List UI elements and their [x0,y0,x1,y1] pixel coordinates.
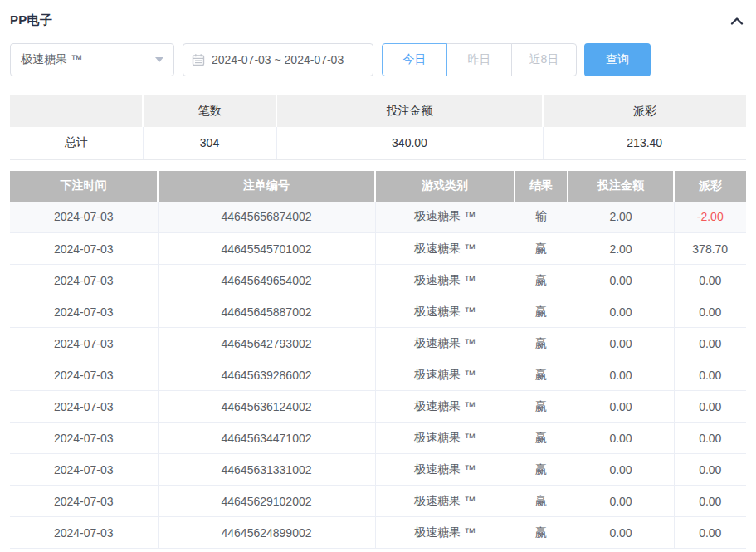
cell-payout: 0.00 [674,486,746,517]
cell-bet-amount: 0.00 [568,359,674,391]
game-select[interactable]: 极速糖果 ™ [10,43,174,76]
records-header-game-type: 游戏类别 [375,171,515,202]
cell-bet-time: 2024-07-03 [10,359,158,391]
cell-bet-amount: 0.00 [568,423,674,454]
cell-bet-id: 44645656874002 [158,202,375,233]
records-header-payout: 派彩 [674,171,746,202]
pp-electronic-panel: PP电子 极速糖果 ™ [0,0,756,549]
cell-bet-amount: 0.00 [568,454,674,486]
cell-bet-amount: 0.00 [568,328,674,359]
cell-bet-id: 44645545701002 [158,233,375,265]
summary-total-label: 总计 [10,127,143,159]
cell-bet-amount: 2.00 [568,233,674,265]
cell-bet-id: 44645624899002 [158,517,375,549]
records-table: 下注时间注单编号游戏类别结果投注金额派彩 2024-07-03446456568… [10,171,746,550]
cell-bet-amount: 0.00 [568,391,674,423]
cell-result: 赢 [515,423,568,454]
table-row: 2024-07-0344645645887002极速糖果 ™赢0.000.00 [10,296,746,328]
quick-range-group: 今日昨日近8日 [382,43,577,76]
cell-result: 赢 [515,233,568,265]
summary-total-bet-amount: 340.00 [276,127,543,159]
cell-bet-time: 2024-07-03 [10,328,158,359]
cell-result: 赢 [515,328,568,359]
summary-total-row: 总计 304 340.00 213.40 [10,127,746,159]
cell-result: 赢 [515,391,568,423]
cell-payout: -2.00 [674,202,746,233]
summary-header-row: 笔数 投注金额 派彩 [10,95,746,127]
date-range-value: 2024-07-03 ~ 2024-07-03 [212,53,344,66]
cell-bet-time: 2024-07-03 [10,296,158,328]
date-range-picker[interactable]: 2024-07-03 ~ 2024-07-03 [183,43,373,76]
game-select-value: 极速糖果 ™ [21,52,82,67]
cell-bet-id: 44645629102002 [158,486,375,517]
cell-bet-time: 2024-07-03 [10,517,158,549]
table-row: 2024-07-0344645624899002极速糖果 ™赢0.000.00 [10,517,746,549]
cell-result: 输 [515,202,568,233]
cell-bet-id: 44645645887002 [158,296,375,328]
table-row: 2024-07-0344645545701002极速糖果 ™赢2.00378.7… [10,233,746,265]
cell-bet-amount: 0.00 [568,296,674,328]
cell-payout: 0.00 [674,359,746,391]
cell-result: 赢 [515,359,568,391]
cell-result: 赢 [515,486,568,517]
cell-game-type: 极速糖果 ™ [375,202,515,233]
cell-game-type: 极速糖果 ™ [375,486,515,517]
table-row: 2024-07-0344645636124002极速糖果 ™赢0.000.00 [10,391,746,423]
page-title: PP电子 [10,12,52,28]
cell-bet-time: 2024-07-03 [10,202,158,233]
cell-bet-time: 2024-07-03 [10,454,158,486]
quick-range-button-1[interactable]: 昨日 [446,43,512,76]
chevron-up-icon [729,15,744,27]
cell-bet-id: 44645636124002 [158,391,375,423]
cell-game-type: 极速糖果 ™ [375,454,515,486]
records-header-bet-amount: 投注金额 [568,171,674,202]
quick-range-button-2[interactable]: 近8日 [511,43,577,76]
cell-bet-id: 44645649654002 [158,265,375,296]
cell-bet-id: 44645634471002 [158,423,375,454]
records-header-result: 结果 [515,171,568,202]
records-tbody: 2024-07-0344645656874002极速糖果 ™输2.00-2.00… [10,202,746,549]
panel-header: PP电子 [10,0,746,28]
cell-payout: 0.00 [674,391,746,423]
query-button[interactable]: 查询 [584,43,651,76]
cell-result: 赢 [515,517,568,549]
cell-bet-time: 2024-07-03 [10,486,158,517]
cell-game-type: 极速糖果 ™ [375,265,515,296]
cell-bet-amount: 0.00 [568,265,674,296]
summary-header-blank [10,95,143,127]
summary-header-count: 笔数 [143,95,276,127]
records-header-row: 下注时间注单编号游戏类别结果投注金额派彩 [10,171,746,202]
filter-bar: 极速糖果 ™ 2024-07-03 ~ 2024-07-03 今日昨日近8日 查… [10,43,746,76]
cell-bet-time: 2024-07-03 [10,233,158,265]
table-row: 2024-07-0344645631331002极速糖果 ™赢0.000.00 [10,454,746,486]
summary-total-payout: 213.40 [543,127,746,159]
cell-bet-time: 2024-07-03 [10,423,158,454]
table-row: 2024-07-0344645642793002极速糖果 ™赢0.000.00 [10,328,746,359]
cell-bet-id: 44645642793002 [158,328,375,359]
summary-total-count: 304 [143,127,276,159]
cell-game-type: 极速糖果 ™ [375,423,515,454]
collapse-panel-button[interactable] [728,13,746,28]
summary-header-payout: 派彩 [543,95,746,127]
cell-payout: 0.00 [674,517,746,549]
summary-header-bet-amount: 投注金额 [276,95,543,127]
table-row: 2024-07-0344645656874002极速糖果 ™输2.00-2.00 [10,202,746,233]
cell-payout: 0.00 [674,265,746,296]
cell-game-type: 极速糖果 ™ [375,517,515,549]
calendar-icon [192,53,212,66]
cell-payout: 0.00 [674,454,746,486]
records-header-bet-id: 注单编号 [158,171,375,202]
cell-game-type: 极速糖果 ™ [375,296,515,328]
cell-payout: 378.70 [674,233,746,265]
quick-range-button-0[interactable]: 今日 [382,43,447,76]
cell-game-type: 极速糖果 ™ [375,233,515,265]
cell-bet-id: 44645639286002 [158,359,375,391]
cell-payout: 0.00 [674,328,746,359]
cell-result: 赢 [515,265,568,296]
table-row: 2024-07-0344645649654002极速糖果 ™赢0.000.00 [10,265,746,296]
cell-bet-amount: 2.00 [568,202,674,233]
summary-table: 笔数 投注金额 派彩 总计 304 340.00 213.40 [10,95,746,160]
cell-payout: 0.00 [674,296,746,328]
cell-payout: 0.00 [674,423,746,454]
cell-game-type: 极速糖果 ™ [375,359,515,391]
